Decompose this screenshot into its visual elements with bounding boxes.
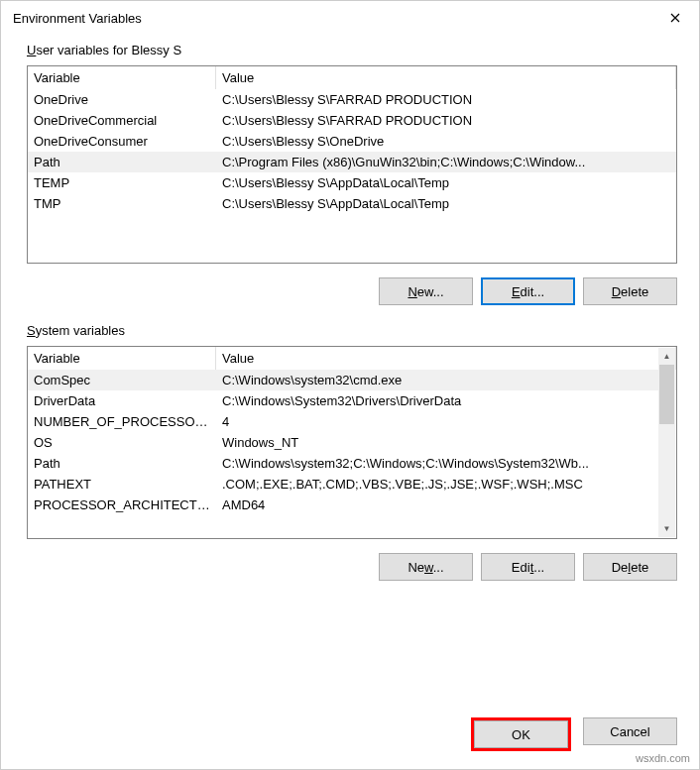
table-row[interactable]: NUMBER_OF_PROCESSORS4 xyxy=(28,411,676,432)
system-edit-button[interactable]: Edit... xyxy=(481,553,575,581)
table-row[interactable]: TEMPC:\Users\Blessy S\AppData\Local\Temp xyxy=(28,172,676,193)
table-row[interactable]: OneDriveConsumerC:\Users\Blessy S\OneDri… xyxy=(28,131,676,152)
cell-variable: NUMBER_OF_PROCESSORS xyxy=(28,411,216,432)
ok-highlight: OK xyxy=(471,717,571,751)
table-row[interactable]: PathC:\Windows\system32;C:\Windows;C:\Wi… xyxy=(28,453,676,474)
cell-value: 4 xyxy=(216,411,676,432)
scroll-thumb[interactable] xyxy=(659,365,674,424)
table-row[interactable]: PATHEXT.COM;.EXE;.BAT;.CMD;.VBS;.VBE;.JS… xyxy=(28,474,676,495)
table-header: Variable Value xyxy=(28,347,676,370)
user-variables-table[interactable]: Variable Value OneDriveC:\Users\Blessy S… xyxy=(27,65,677,264)
system-variables-table[interactable]: Variable Value ComSpecC:\Windows\system3… xyxy=(27,346,677,539)
table-row[interactable]: DriverDataC:\Windows\System32\Drivers\Dr… xyxy=(28,390,676,411)
close-button[interactable] xyxy=(655,3,695,33)
user-buttons-row: New... Edit... Delete xyxy=(27,277,677,305)
cell-value: .COM;.EXE;.BAT;.CMD;.VBS;.VBE;.JS;.JSE;.… xyxy=(216,474,676,495)
table-row[interactable]: OSWindows_NT xyxy=(28,432,676,453)
system-variables-label: System variables xyxy=(27,323,677,338)
cell-variable: TEMP xyxy=(28,172,216,193)
cell-variable: TMP xyxy=(28,193,216,214)
cell-variable: OneDriveConsumer xyxy=(28,131,216,152)
user-delete-button[interactable]: Delete xyxy=(583,277,677,305)
cell-value: C:\Windows\system32;C:\Windows;C:\Window… xyxy=(216,453,676,474)
user-new-button[interactable]: New... xyxy=(379,277,473,305)
dialog-content: User variables for Blessy S Variable Val… xyxy=(1,35,699,708)
cell-value: C:\Users\Blessy S\FARRAD PRODUCTION xyxy=(216,89,676,110)
scroll-down-icon[interactable]: ▼ xyxy=(658,520,675,537)
column-variable[interactable]: Variable xyxy=(28,347,216,370)
table-row[interactable]: OneDriveC:\Users\Blessy S\FARRAD PRODUCT… xyxy=(28,89,676,110)
cell-variable: DriverData xyxy=(28,390,216,411)
ok-button[interactable]: OK xyxy=(474,720,568,748)
window-title: Environment Variables xyxy=(13,11,142,26)
scroll-up-icon[interactable]: ▲ xyxy=(658,348,675,365)
titlebar: Environment Variables xyxy=(1,1,699,35)
close-icon xyxy=(670,13,680,23)
system-buttons-row: New... Edit... Delete xyxy=(27,553,677,581)
system-table-scrollbar[interactable]: ▲ ▼ xyxy=(658,348,675,537)
cell-variable: OneDriveCommercial xyxy=(28,110,216,131)
cell-value: Windows_NT xyxy=(216,432,676,453)
column-value[interactable]: Value xyxy=(216,66,676,89)
cell-value: C:\Users\Blessy S\FARRAD PRODUCTION xyxy=(216,110,676,131)
column-variable[interactable]: Variable xyxy=(28,66,216,89)
cell-value: C:\Windows\System32\Drivers\DriverData xyxy=(216,390,676,411)
table-row[interactable]: OneDriveCommercialC:\Users\Blessy S\FARR… xyxy=(28,110,676,131)
environment-variables-dialog: Environment Variables User variables for… xyxy=(0,0,700,770)
table-row[interactable]: ComSpecC:\Windows\system32\cmd.exe xyxy=(28,370,676,390)
system-delete-button[interactable]: Delete xyxy=(583,553,677,581)
watermark: wsxdn.com xyxy=(636,752,690,764)
table-header: Variable Value xyxy=(28,66,676,89)
cell-value: C:\Users\Blessy S\AppData\Local\Temp xyxy=(216,193,676,214)
cell-value: C:\Windows\system32\cmd.exe xyxy=(216,370,676,390)
column-value[interactable]: Value xyxy=(216,347,676,370)
cell-variable: Path xyxy=(28,152,216,172)
cell-value: C:\Users\Blessy S\AppData\Local\Temp xyxy=(216,172,676,193)
cell-value: C:\Program Files (x86)\GnuWin32\bin;C:\W… xyxy=(216,152,676,172)
user-variables-label: User variables for Blessy S xyxy=(27,43,677,57)
cell-value: C:\Users\Blessy S\OneDrive xyxy=(216,131,676,152)
table-row[interactable]: PathC:\Program Files (x86)\GnuWin32\bin;… xyxy=(28,152,676,172)
cell-variable: OneDrive xyxy=(28,89,216,110)
cell-value: AMD64 xyxy=(216,495,676,515)
cancel-button[interactable]: Cancel xyxy=(583,717,677,745)
cell-variable: ComSpec xyxy=(28,370,216,390)
user-edit-button[interactable]: Edit... xyxy=(481,277,575,305)
table-row[interactable]: TMPC:\Users\Blessy S\AppData\Local\Temp xyxy=(28,193,676,214)
cell-variable: PATHEXT xyxy=(28,474,216,495)
cell-variable: PROCESSOR_ARCHITECTU... xyxy=(28,495,216,515)
dialog-footer: OK Cancel xyxy=(1,708,699,769)
system-new-button[interactable]: New... xyxy=(379,553,473,581)
table-row[interactable]: PROCESSOR_ARCHITECTU...AMD64 xyxy=(28,495,676,515)
cell-variable: Path xyxy=(28,453,216,474)
cell-variable: OS xyxy=(28,432,216,453)
